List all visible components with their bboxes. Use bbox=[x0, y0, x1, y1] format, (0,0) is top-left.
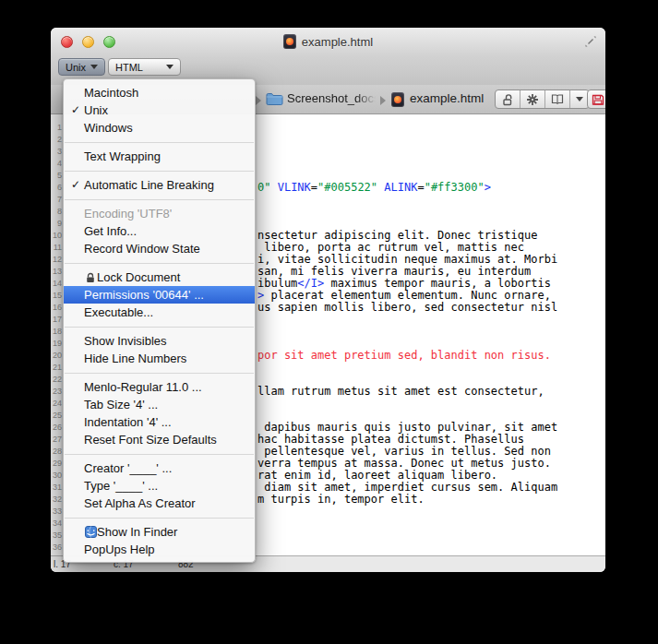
menu-item-label: Type '____' ... bbox=[84, 477, 158, 495]
unlock-button[interactable] bbox=[496, 90, 520, 108]
code-line-23: llam rutrum metus sit amet est consectet… bbox=[257, 386, 544, 398]
menu-item-unix[interactable]: ✓Unix bbox=[64, 101, 255, 119]
line-number: 10 bbox=[51, 230, 62, 242]
menu-item-label: Automatic Line Breaking bbox=[84, 176, 214, 194]
menu-item-tab-size-4[interactable]: Tab Size '4' ... bbox=[64, 396, 255, 413]
editor-window: example.html Unix HTML bbox=[51, 28, 605, 572]
menu-item-hide-line-numbers[interactable]: Hide Line Numbers bbox=[64, 350, 255, 367]
menu-item-set-alpha-as-creator[interactable]: Set Alpha As Creator bbox=[64, 495, 255, 512]
breadcrumb-file[interactable]: example.html bbox=[410, 91, 484, 105]
menu-item-permissions-00644[interactable]: Permissions '00644' ... bbox=[64, 286, 255, 304]
menu-item-creator[interactable]: Creator '____' ... bbox=[64, 459, 255, 477]
save-icon bbox=[592, 93, 604, 106]
folder-icon bbox=[266, 92, 283, 109]
menu-item-automatic-line-breaking[interactable]: ✓Automatic Line Breaking bbox=[64, 176, 255, 194]
line-number: 25 bbox=[51, 410, 62, 422]
menu-item-windows[interactable]: Windows bbox=[64, 119, 255, 137]
menu-item-popups-help[interactable]: PopUps Help bbox=[64, 541, 255, 558]
language-popup[interactable]: HTML bbox=[108, 58, 181, 76]
menu-item-label: Creator '____' ... bbox=[84, 459, 172, 477]
checkmark-icon: ✓ bbox=[71, 101, 84, 119]
menu-item-indentation-4[interactable]: Indentation '4' ... bbox=[64, 413, 255, 431]
line-number: 36 bbox=[51, 542, 62, 554]
line-number: 13 bbox=[51, 266, 62, 278]
line-number: 34 bbox=[51, 518, 62, 530]
gear-button[interactable] bbox=[520, 90, 545, 108]
dropdown-button[interactable] bbox=[570, 90, 589, 108]
line-number: 33 bbox=[51, 506, 62, 518]
menu-item-show-invisibles[interactable]: Show Invisibles bbox=[64, 332, 255, 350]
dropdown-icon bbox=[576, 97, 583, 101]
menu-item-get-info[interactable]: Get Info... bbox=[64, 222, 255, 240]
line-number: 18 bbox=[51, 326, 62, 338]
line-number: 15 bbox=[51, 290, 62, 302]
menu-separator bbox=[65, 171, 254, 172]
menu-item-label: PopUps Help bbox=[84, 541, 155, 558]
menu-separator bbox=[65, 518, 254, 519]
menu-item-label: Macintosh bbox=[84, 84, 138, 101]
menu-item-menlo-regular-11-0[interactable]: Menlo-Regular 11.0 ... bbox=[64, 378, 255, 396]
menu-item-label: Record Window State bbox=[84, 240, 200, 257]
menu-item-label: Hide Line Numbers bbox=[84, 350, 186, 367]
chevron-down-icon bbox=[90, 65, 98, 69]
menu-item-label: Tab Size '4' ... bbox=[84, 396, 158, 413]
menu-item-text-wrapping[interactable]: Text Wrapping bbox=[64, 148, 255, 165]
menu-item-record-window-state[interactable]: Record Window State bbox=[64, 240, 255, 257]
code-line-20: por sit amet pretium sed, blandit non ri… bbox=[257, 350, 551, 362]
bookmarks-icon bbox=[551, 93, 564, 105]
breadcrumb-folder[interactable]: Screenshot_docs bbox=[287, 91, 376, 105]
menu-item-type[interactable]: Type '____' ... bbox=[64, 477, 255, 495]
menu-item-label: Show In Finder bbox=[97, 523, 177, 541]
menu-separator bbox=[65, 199, 254, 200]
document-icon bbox=[283, 34, 296, 49]
line-number: 11 bbox=[51, 242, 62, 254]
menu-item-executable[interactable]: Executable... bbox=[64, 304, 255, 321]
line-number: 5 bbox=[51, 170, 62, 182]
line-number: 30 bbox=[51, 470, 62, 482]
menu-item-macintosh[interactable]: Macintosh bbox=[64, 84, 255, 101]
menu-separator bbox=[65, 263, 254, 264]
fullscreen-icon[interactable] bbox=[584, 35, 597, 52]
line-number: 6 bbox=[51, 182, 62, 194]
screenshot-background: example.html Unix HTML bbox=[0, 0, 658, 644]
line-ending-popup[interactable]: Unix bbox=[58, 58, 105, 76]
chevron-right-icon bbox=[380, 96, 386, 105]
code-line-16: us sapien mollis libero, sed consectetur… bbox=[257, 302, 557, 314]
unlock-icon bbox=[502, 93, 514, 106]
menu-item-lock-document[interactable]: Lock Document bbox=[64, 268, 255, 286]
title-area: example.html bbox=[51, 28, 605, 55]
line-number: 4 bbox=[51, 158, 62, 170]
menu-item-show-in-finder[interactable]: Show In Finder bbox=[64, 523, 255, 541]
menu-item-label: Unix bbox=[84, 101, 108, 119]
menu-item-label: Executable... bbox=[84, 304, 153, 321]
code-line-32: m turpis in, tempor elit. bbox=[257, 494, 425, 506]
line-number: 7 bbox=[51, 194, 62, 206]
line-number: 1 bbox=[51, 122, 62, 134]
line-number: 32 bbox=[51, 494, 62, 506]
save-button[interactable] bbox=[587, 89, 605, 109]
file-icon bbox=[391, 92, 404, 107]
menu-item-label: Lock Document bbox=[97, 268, 180, 286]
titlebar[interactable]: example.html bbox=[51, 28, 605, 55]
menu-item-label: Get Info... bbox=[84, 222, 137, 240]
line-number: 28 bbox=[51, 446, 62, 458]
line-number: 14 bbox=[51, 278, 62, 290]
chevron-right-icon bbox=[256, 96, 261, 105]
line-number: 8 bbox=[51, 206, 62, 218]
line-number: 21 bbox=[51, 362, 62, 374]
gear-icon bbox=[526, 93, 539, 106]
code-line-6: 0" VLINK="#005522" ALINK="#ff3300"> bbox=[257, 182, 491, 194]
popup-menu: Macintosh✓UnixWindowsText Wrapping✓Autom… bbox=[63, 78, 256, 563]
line-number: 31 bbox=[51, 482, 62, 494]
line-number: 3 bbox=[51, 146, 62, 158]
chevron-down-icon bbox=[166, 65, 173, 69]
menu-separator bbox=[65, 373, 254, 374]
line-number: 16 bbox=[51, 302, 62, 314]
menu-item-reset-font-size-defaults[interactable]: Reset Font Size Defaults bbox=[64, 431, 255, 448]
line-number: 9 bbox=[51, 218, 62, 230]
menu-item-encoding-utf8: Encoding 'UTF8' bbox=[64, 205, 255, 222]
line-number: 26 bbox=[51, 422, 62, 434]
line-number: 27 bbox=[51, 434, 62, 446]
line-number: 35 bbox=[51, 530, 62, 542]
bookmarks-button[interactable] bbox=[545, 90, 570, 108]
